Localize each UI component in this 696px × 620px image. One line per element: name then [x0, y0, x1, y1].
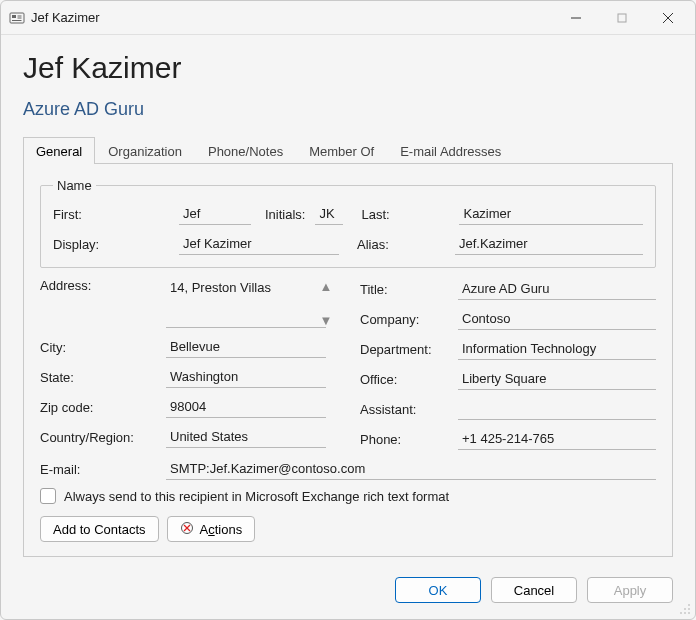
add-to-contacts-button[interactable]: Add to Contacts	[40, 516, 159, 542]
cancel-button[interactable]: Cancel	[491, 577, 577, 603]
assistant-field[interactable]	[458, 398, 656, 420]
display-label: Display:	[53, 237, 169, 252]
country-label: Country/Region:	[40, 430, 156, 445]
initials-field[interactable]: JK	[315, 203, 343, 225]
initials-label: Initials:	[265, 207, 305, 222]
svg-rect-6	[618, 14, 626, 22]
tabstrip: General Organization Phone/Notes Member …	[23, 136, 673, 164]
actions-label: Actions	[200, 522, 243, 537]
window-title: Jef Kazimer	[31, 10, 100, 25]
contact-properties-window: Jef Kazimer Jef Kazimer Azure AD Guru Ge…	[0, 0, 696, 620]
svg-point-14	[688, 608, 690, 610]
city-field[interactable]: Bellevue	[166, 336, 326, 358]
name-legend: Name	[53, 178, 96, 193]
header-name: Jef Kazimer	[23, 51, 673, 85]
address-down-icon[interactable]: ▼	[318, 312, 334, 328]
contact-card-icon	[9, 10, 25, 26]
phone-field[interactable]: +1 425-214-765	[458, 428, 656, 450]
tab-organization[interactable]: Organization	[95, 137, 195, 164]
svg-point-16	[684, 612, 686, 614]
general-panel: Name First: Jef Initials: JK Last: Kazim…	[23, 164, 673, 557]
last-label: Last:	[361, 207, 449, 222]
address-label: Address:	[40, 278, 156, 293]
tab-email-addresses[interactable]: E-mail Addresses	[387, 137, 514, 164]
content-area: Jef Kazimer Azure AD Guru General Organi…	[1, 35, 695, 561]
last-field[interactable]: Kazimer	[459, 203, 643, 225]
svg-point-15	[680, 612, 682, 614]
header-subtitle: Azure AD Guru	[23, 99, 673, 120]
maximize-button[interactable]	[599, 3, 645, 33]
city-label: City:	[40, 340, 156, 355]
state-field[interactable]: Washington	[166, 366, 326, 388]
email-label: E-mail:	[40, 462, 156, 477]
right-column: Title: Azure AD Guru Company: Contoso De…	[360, 278, 656, 450]
first-label: First:	[53, 207, 169, 222]
tab-member-of[interactable]: Member Of	[296, 137, 387, 164]
office-field[interactable]: Liberty Square	[458, 368, 656, 390]
alias-label: Alias:	[357, 237, 445, 252]
office-label: Office:	[360, 372, 448, 387]
svg-point-13	[684, 608, 686, 610]
country-field[interactable]: United States	[166, 426, 326, 448]
minimize-button[interactable]	[553, 3, 599, 33]
email-field[interactable]: SMTP:Jef.Kazimer@contoso.com	[166, 458, 656, 480]
actions-button[interactable]: Actions	[167, 516, 256, 542]
svg-point-12	[688, 604, 690, 606]
department-label: Department:	[360, 342, 448, 357]
titlebar: Jef Kazimer	[1, 1, 695, 35]
actions-icon	[180, 521, 194, 538]
state-label: State:	[40, 370, 156, 385]
address-field[interactable]: 14, Preston Villas	[166, 278, 326, 328]
zip-label: Zip code:	[40, 400, 156, 415]
resize-grip-icon[interactable]	[677, 601, 691, 615]
department-field[interactable]: Information Technology	[458, 338, 656, 360]
richtext-checkbox[interactable]	[40, 488, 56, 504]
dialog-button-row: OK Cancel Apply	[1, 561, 695, 619]
company-field[interactable]: Contoso	[458, 308, 656, 330]
title-label: Title:	[360, 282, 448, 297]
address-spinner: ▲ ▼	[318, 278, 334, 328]
company-label: Company:	[360, 312, 448, 327]
phone-label: Phone:	[360, 432, 448, 447]
first-field[interactable]: Jef	[179, 203, 251, 225]
tab-general[interactable]: General	[23, 137, 95, 164]
ok-button[interactable]: OK	[395, 577, 481, 603]
assistant-label: Assistant:	[360, 402, 448, 417]
display-field[interactable]: Jef Kazimer	[179, 233, 339, 255]
title-field[interactable]: Azure AD Guru	[458, 278, 656, 300]
svg-point-17	[688, 612, 690, 614]
address-up-icon[interactable]: ▲	[318, 278, 334, 294]
richtext-label: Always send to this recipient in Microso…	[64, 489, 449, 504]
alias-field[interactable]: Jef.Kazimer	[455, 233, 643, 255]
apply-button[interactable]: Apply	[587, 577, 673, 603]
tab-phone-notes[interactable]: Phone/Notes	[195, 137, 296, 164]
left-column: Address: 14, Preston Villas ▲ ▼ City: Be…	[40, 278, 336, 450]
name-fieldset: Name First: Jef Initials: JK Last: Kazim…	[40, 178, 656, 268]
svg-rect-1	[12, 15, 16, 18]
zip-field[interactable]: 98004	[166, 396, 326, 418]
close-button[interactable]	[645, 3, 691, 33]
